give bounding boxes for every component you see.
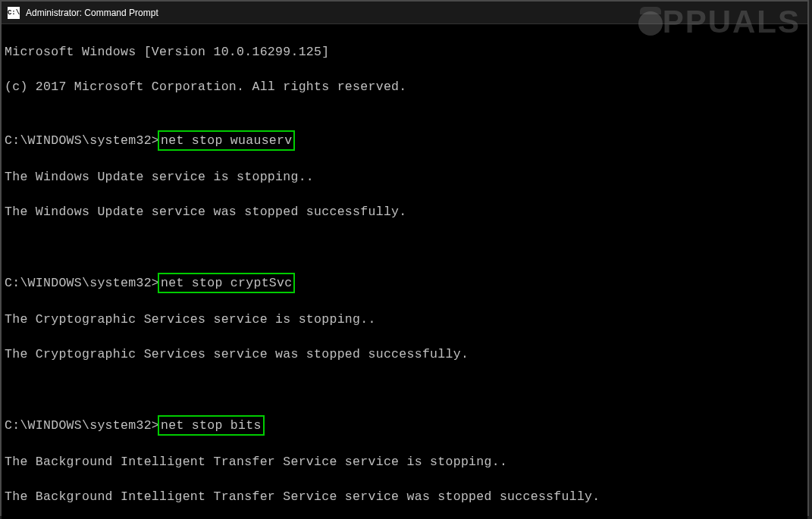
command-line-3: C:\WINDOWS\system32>net stop bits [5,415,804,436]
output-line: The Cryptographic Services service was s… [5,345,804,363]
prompt: C:\WINDOWS\system32> [5,418,159,433]
highlighted-command: net stop wuauserv [158,130,295,151]
highlighted-command: net stop bits [158,415,265,436]
highlighted-command: net stop cryptSvc [158,273,295,293]
terminal-output[interactable]: Microsoft Windows [Version 10.0.16299.12… [2,24,807,519]
command-prompt-window: C:\ Administrator: Command Prompt Micros… [0,0,809,516]
output-line: Microsoft Windows [Version 10.0.16299.12… [5,43,804,61]
watermark-logo: PPUALS [636,4,801,40]
command-line-1: C:\WINDOWS\system32>net stop wuauserv [5,130,804,151]
watermark-face-icon [636,8,665,36]
output-line: (c) 2017 Microsoft Corporation. All righ… [5,78,804,95]
prompt: C:\WINDOWS\system32> [5,276,159,290]
output-line: The Cryptographic Services service is st… [5,311,804,328]
output-line: The Windows Update service is stopping.. [5,168,804,186]
prompt: C:\WINDOWS\system32> [5,133,159,148]
output-line: The Windows Update service was stopped s… [5,203,804,220]
window-title: Administrator: Command Prompt [26,8,158,18]
output-line: The Background Intelligent Transfer Serv… [5,453,804,471]
output-line: The Background Intelligent Transfer Serv… [5,488,804,505]
watermark-text: PPUALS [663,4,801,40]
command-line-2: C:\WINDOWS\system32>net stop cryptSvc [5,273,804,293]
cmd-icon: C:\ [8,7,20,19]
